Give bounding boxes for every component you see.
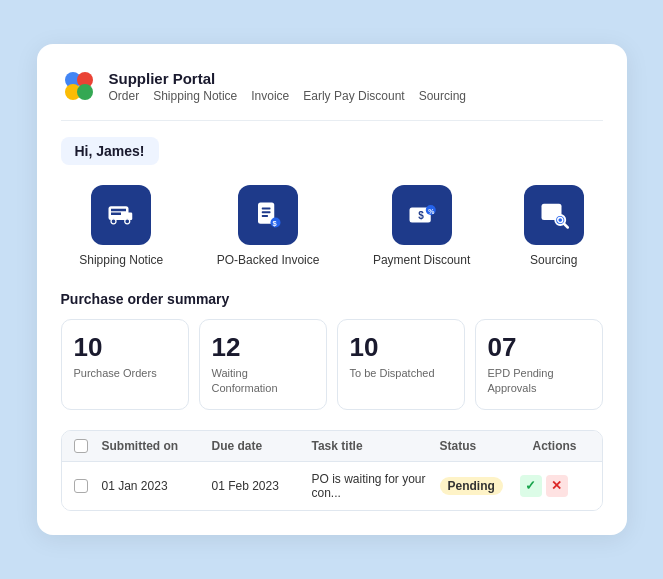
actions-cell: ✓ ✕ xyxy=(520,475,590,497)
nav-link-early-pay-discount[interactable]: Early Pay Discount xyxy=(303,89,404,103)
svg-point-3 xyxy=(77,84,93,100)
svg-line-22 xyxy=(564,224,568,228)
summary-number-3: 07 xyxy=(488,334,590,360)
summary-card-3: 07EPD Pending Approvals xyxy=(475,319,603,410)
shipping-icon xyxy=(91,185,151,245)
svg-point-9 xyxy=(125,219,130,224)
summary-section-title: Purchase order summary xyxy=(61,291,603,307)
nav-link-order[interactable]: Order xyxy=(109,89,140,103)
svg-rect-12 xyxy=(262,211,271,213)
cell-due: 01 Feb 2023 xyxy=(212,479,312,493)
quick-action-label-sourcing: Sourcing xyxy=(530,253,577,267)
svg-text:$: $ xyxy=(418,210,424,221)
cell-task: PO is waiting for your con... xyxy=(312,472,440,500)
svg-text:%: % xyxy=(428,208,434,215)
cell-actions: ✓ ✕ xyxy=(520,475,590,497)
payment-icon: $ % xyxy=(392,185,452,245)
svg-rect-13 xyxy=(262,215,268,217)
cell-submitted: 01 Jan 2023 xyxy=(102,479,212,493)
svg-point-8 xyxy=(111,219,116,224)
quick-action-label-po-backed-invoice: PO-Backed Invoice xyxy=(217,253,320,267)
logo xyxy=(61,68,97,104)
nav-link-sourcing[interactable]: Sourcing xyxy=(419,89,466,103)
greeting: Hi, James! xyxy=(61,137,159,165)
table-row: 01 Jan 2023 01 Feb 2023 PO is waiting fo… xyxy=(62,462,602,510)
col-header-task: Task title xyxy=(312,439,440,453)
col-header-submitted: Submitted on xyxy=(102,439,212,453)
quick-actions: Shipping Notice $ PO-Backed Invoice $ % … xyxy=(61,185,603,267)
header-text: Supplier Portal OrderShipping NoticeInvo… xyxy=(109,70,467,103)
approve-button[interactable]: ✓ xyxy=(520,475,542,497)
nav-link-shipping-notice[interactable]: Shipping Notice xyxy=(153,89,237,103)
col-header-due: Due date xyxy=(212,439,312,453)
summary-card-1: 12Waiting Conformation xyxy=(199,319,327,410)
header: Supplier Portal OrderShipping NoticeInvo… xyxy=(61,68,603,121)
summary-number-1: 12 xyxy=(212,334,314,360)
header-checkbox[interactable] xyxy=(74,439,88,453)
summary-label-1: Waiting Conformation xyxy=(212,366,314,395)
col-header-status: Status xyxy=(440,439,520,453)
reject-button[interactable]: ✕ xyxy=(546,475,568,497)
cell-status: Pending xyxy=(440,477,520,495)
main-card: Supplier Portal OrderShipping NoticeInvo… xyxy=(37,44,627,535)
nav-links: OrderShipping NoticeInvoiceEarly Pay Dis… xyxy=(109,89,467,103)
status-badge: Pending xyxy=(440,477,503,495)
app-title: Supplier Portal xyxy=(109,70,467,87)
summary-card-2: 10To be Dispatched xyxy=(337,319,465,410)
svg-rect-6 xyxy=(111,213,121,216)
sourcing-icon xyxy=(524,185,584,245)
summary-card-0: 10Purchase Orders xyxy=(61,319,189,410)
quick-action-shipping-notice[interactable]: Shipping Notice xyxy=(79,185,163,267)
svg-rect-5 xyxy=(111,209,126,212)
summary-label-3: EPD Pending Approvals xyxy=(488,366,590,395)
quick-action-po-backed-invoice[interactable]: $ PO-Backed Invoice xyxy=(217,185,320,267)
row-checkbox[interactable] xyxy=(74,479,88,493)
invoice-icon: $ xyxy=(238,185,298,245)
svg-rect-11 xyxy=(262,208,271,210)
table-header: Submitted on Due date Task title Status … xyxy=(62,431,602,462)
summary-number-2: 10 xyxy=(350,334,452,360)
table: Submitted on Due date Task title Status … xyxy=(61,430,603,511)
quick-action-payment-discount[interactable]: $ % Payment Discount xyxy=(373,185,470,267)
quick-action-sourcing[interactable]: Sourcing xyxy=(524,185,584,267)
summary-label-2: To be Dispatched xyxy=(350,366,452,380)
summary-number-0: 10 xyxy=(74,334,176,360)
quick-action-label-shipping-notice: Shipping Notice xyxy=(79,253,163,267)
summary-label-0: Purchase Orders xyxy=(74,366,176,380)
col-header-actions: Actions xyxy=(520,439,590,453)
summary-cards: 10Purchase Orders12Waiting Conformation1… xyxy=(61,319,603,410)
quick-action-label-payment-discount: Payment Discount xyxy=(373,253,470,267)
nav-link-invoice[interactable]: Invoice xyxy=(251,89,289,103)
